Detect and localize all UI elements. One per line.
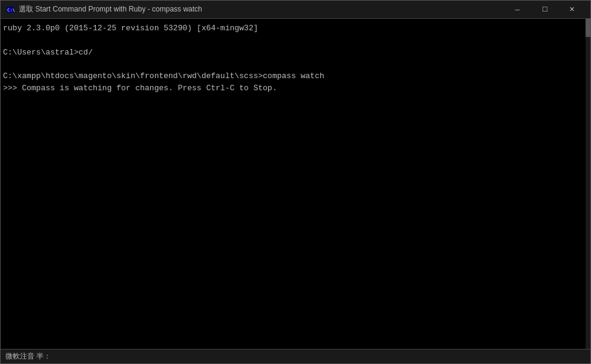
close-button[interactable]: ✕ bbox=[558, 1, 586, 19]
terminal-line: C:\xampp\htdocs\magento\skin\frontend\rw… bbox=[3, 70, 588, 82]
svg-text:C:\: C:\ bbox=[7, 8, 15, 13]
terminal-output: ruby 2.3.0p0 (2015-12-25 revision 53290)… bbox=[3, 22, 588, 94]
minimize-button[interactable]: ─ bbox=[504, 1, 531, 19]
terminal-line bbox=[3, 35, 588, 47]
scrollbar-thumb[interactable] bbox=[586, 19, 590, 37]
window-title: 選取 Start Command Prompt with Ruby - comp… bbox=[19, 4, 504, 15]
terminal-line: C:\Users\astral>cd/ bbox=[3, 47, 588, 59]
ime-status: 微軟注音 半： bbox=[5, 351, 51, 362]
maximize-button[interactable]: ☐ bbox=[531, 1, 558, 19]
titlebar: C:\ 選取 Start Command Prompt with Ruby - … bbox=[1, 1, 590, 19]
cmd-window: C:\ 選取 Start Command Prompt with Ruby - … bbox=[0, 0, 591, 364]
terminal-line: >>> Compass is watching for changes. Pre… bbox=[3, 82, 588, 94]
terminal-line bbox=[3, 58, 588, 70]
terminal-icon: C:\ bbox=[5, 5, 15, 15]
statusbar: 微軟注音 半： bbox=[1, 349, 590, 363]
window-controls: ─ ☐ ✕ bbox=[504, 1, 586, 19]
terminal-line: ruby 2.3.0p0 (2015-12-25 revision 53290)… bbox=[3, 22, 588, 35]
scrollbar[interactable] bbox=[586, 19, 590, 349]
terminal-area[interactable]: ruby 2.3.0p0 (2015-12-25 revision 53290)… bbox=[1, 19, 590, 349]
